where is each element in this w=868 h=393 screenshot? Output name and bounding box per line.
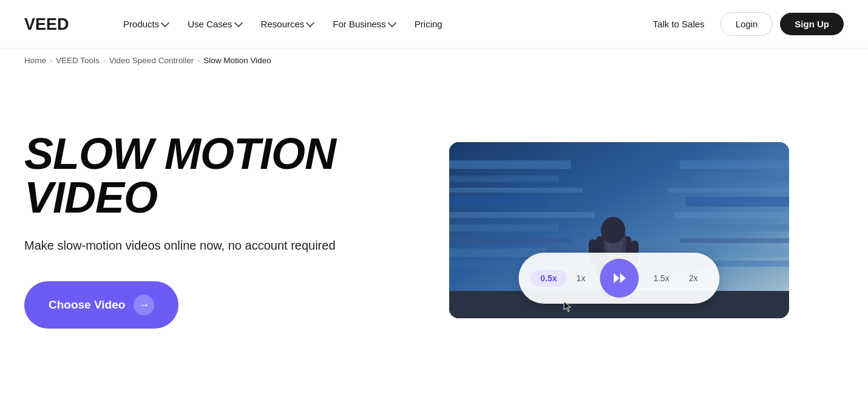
video-background: 0.5x 1x 1.5x 2x [449, 142, 789, 318]
signup-button[interactable]: Sign Up [780, 13, 844, 35]
main-content: SLOW MOTION VIDEO Make slow-motion video… [0, 72, 868, 376]
breadcrumb-slow-motion-video: Slow Motion Video [203, 56, 271, 65]
login-button[interactable]: Login [721, 12, 773, 36]
svg-rect-4 [449, 188, 583, 193]
svg-rect-13 [668, 188, 789, 193]
svg-rect-11 [680, 160, 789, 169]
nav-item-pricing[interactable]: Pricing [406, 14, 451, 34]
svg-rect-8 [449, 238, 571, 243]
svg-rect-14 [686, 197, 789, 207]
chevron-down-icon [388, 19, 396, 27]
hero-title: SLOW MOTION VIDEO [24, 132, 413, 219]
svg-rect-2 [449, 160, 571, 169]
cursor-icon [561, 300, 575, 313]
hero-right: 0.5x 1x 1.5x 2x [449, 142, 789, 318]
breadcrumb-separator: › [103, 56, 106, 65]
speed-controls: 0.5x 1x 1.5x 2x [518, 253, 719, 304]
breadcrumb-veed-tools[interactable]: VEED Tools [56, 56, 100, 65]
svg-rect-15 [674, 212, 789, 218]
svg-rect-18 [698, 248, 789, 257]
nav-actions: Talk to Sales Login Sign Up [645, 12, 844, 36]
breadcrumb-separator: › [197, 56, 200, 65]
chevron-down-icon [161, 19, 169, 27]
nav-item-use-cases[interactable]: Use Cases [179, 14, 249, 34]
svg-point-26 [601, 217, 625, 244]
navbar: VEED Products Use Cases Resources For Bu… [0, 0, 868, 49]
speed-0-5x-button[interactable]: 0.5x [531, 270, 566, 287]
talk-to-sales-button[interactable]: Talk to Sales [645, 14, 713, 34]
svg-rect-6 [449, 212, 595, 218]
hero-subtitle: Make slow-motion videos online now, no a… [24, 236, 340, 255]
breadcrumb: Home › VEED Tools › Video Speed Controll… [0, 49, 868, 72]
speed-1-5x-button[interactable]: 1.5x [643, 270, 679, 287]
nav-links: Products Use Cases Resources For Busines… [115, 14, 645, 34]
nav-item-products[interactable]: Products [115, 14, 177, 34]
chevron-down-icon [306, 19, 314, 27]
logo[interactable]: VEED [24, 15, 86, 34]
svg-rect-17 [680, 238, 789, 243]
nav-item-for-business[interactable]: For Business [324, 14, 404, 34]
logo-icon: VEED [24, 15, 86, 34]
svg-rect-3 [449, 176, 558, 182]
svg-rect-5 [449, 197, 546, 207]
choose-video-button[interactable]: Choose Video → [24, 281, 178, 329]
breadcrumb-video-speed-controller[interactable]: Video Speed Controller [109, 56, 194, 65]
arrow-icon: → [134, 295, 154, 315]
svg-rect-7 [449, 224, 558, 231]
svg-rect-12 [692, 176, 789, 182]
speed-2x-button[interactable]: 2x [679, 270, 708, 287]
svg-text:VEED: VEED [24, 15, 69, 33]
speed-1x-button[interactable]: 1x [567, 270, 595, 287]
svg-rect-16 [692, 224, 789, 231]
chevron-down-icon [234, 19, 243, 27]
play-fast-forward-button[interactable] [600, 259, 639, 298]
breadcrumb-home[interactable]: Home [24, 56, 46, 65]
hero-left: SLOW MOTION VIDEO Make slow-motion video… [24, 132, 413, 329]
fast-forward-icon [611, 270, 628, 287]
video-preview: 0.5x 1x 1.5x 2x [449, 142, 789, 318]
nav-item-resources[interactable]: Resources [253, 14, 322, 34]
breadcrumb-separator: › [50, 56, 52, 65]
